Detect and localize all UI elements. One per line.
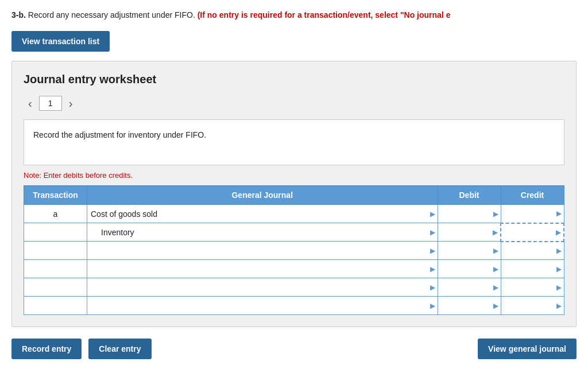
clear-entry-button[interactable]: Clear entry <box>88 339 151 359</box>
journal-table: Transaction General Journal Debit Credit… <box>24 185 564 315</box>
instruction-text: Record any necessary adjustment under FI… <box>28 10 195 20</box>
transaction-cell <box>24 260 87 278</box>
debit-cell[interactable]: ▶ <box>438 242 501 260</box>
debit-arrow-icon: ▶ <box>493 302 498 310</box>
credit-cell[interactable]: ▶ <box>501 205 564 223</box>
view-general-journal-button[interactable]: View general journal <box>478 339 577 359</box>
instruction-prefix: 3-b. <box>11 10 26 20</box>
transaction-cell <box>24 242 87 260</box>
dropdown-arrow-icon: ▶ <box>430 283 435 291</box>
page-number: 1 <box>39 96 62 111</box>
debit-arrow-icon: ▶ <box>493 228 498 236</box>
journal-entry-cell[interactable]: Inventory▶ <box>87 223 438 242</box>
credit-arrow-icon: ▶ <box>556 283 562 291</box>
journal-entry-cell[interactable]: ▶ <box>87 278 438 297</box>
debit-cell[interactable]: ▶ <box>438 278 501 297</box>
red-instruction: (If no entry is required for a transacti… <box>198 10 451 20</box>
worksheet-title: Journal entry worksheet <box>24 73 564 86</box>
table-row: aCost of goods sold▶▶▶ <box>24 205 564 223</box>
page-header: 3-b. Record any necessary adjustment und… <box>0 0 588 25</box>
credit-cell[interactable]: ▶ <box>501 278 564 297</box>
transaction-cell: a <box>24 205 87 223</box>
dropdown-arrow-icon: ▶ <box>430 247 435 255</box>
table-row: Inventory▶▶▶ <box>24 223 564 242</box>
credit-arrow-icon: ▶ <box>556 265 562 273</box>
debit-arrow-icon: ▶ <box>493 247 498 255</box>
worksheet-container: Journal entry worksheet ‹ 1 › Record the… <box>11 61 577 327</box>
col-credit: Credit <box>501 186 564 205</box>
col-debit: Debit <box>438 186 501 205</box>
credit-cell[interactable]: ▶ <box>501 242 564 260</box>
prev-page-button[interactable]: ‹ <box>24 95 37 111</box>
debit-cell[interactable]: ▶ <box>438 205 501 223</box>
debit-arrow-icon: ▶ <box>493 265 498 273</box>
dropdown-arrow-icon: ▶ <box>430 210 435 218</box>
table-row: ▶▶▶ <box>24 242 564 260</box>
debit-arrow-icon: ▶ <box>493 210 498 218</box>
credit-arrow-icon: ▶ <box>556 228 561 236</box>
view-transaction-button[interactable]: View transaction list <box>11 31 110 52</box>
journal-entry-cell[interactable]: ▶ <box>87 297 438 315</box>
dropdown-arrow-icon: ▶ <box>430 228 435 236</box>
debit-cell[interactable]: ▶ <box>438 260 501 278</box>
next-page-button[interactable]: › <box>64 95 78 111</box>
credit-arrow-icon: ▶ <box>556 209 562 217</box>
debit-cell[interactable]: ▶ <box>438 223 501 242</box>
dropdown-arrow-icon: ▶ <box>430 265 435 273</box>
transaction-cell <box>24 278 87 297</box>
debit-arrow-icon: ▶ <box>493 283 498 291</box>
debit-cell[interactable]: ▶ <box>438 297 501 315</box>
note-text: Note: Enter debits before credits. <box>24 171 564 180</box>
credit-arrow-icon: ▶ <box>556 247 562 255</box>
credit-cell[interactable]: ▶ <box>501 260 564 278</box>
credit-cell[interactable]: ▶ <box>501 223 564 242</box>
record-entry-button[interactable]: Record entry <box>11 339 82 359</box>
credit-cell[interactable]: ▶ <box>501 297 564 315</box>
journal-entry-cell[interactable]: ▶ <box>87 260 438 278</box>
journal-entry-cell[interactable]: ▶ <box>87 242 438 260</box>
col-transaction: Transaction <box>24 186 87 205</box>
worksheet-instruction: Record the adjustment for inventory unde… <box>33 130 206 139</box>
table-row: ▶▶▶ <box>24 297 564 315</box>
transaction-cell <box>24 297 87 315</box>
nav-row: ‹ 1 › <box>24 95 564 111</box>
instruction-box: Record the adjustment for inventory unde… <box>24 119 564 165</box>
transaction-cell <box>24 223 87 242</box>
bottom-buttons: Record entry Clear entry View general jo… <box>11 339 577 365</box>
table-row: ▶▶▶ <box>24 278 564 297</box>
table-row: ▶▶▶ <box>24 260 564 278</box>
credit-arrow-icon: ▶ <box>556 302 562 310</box>
col-general-journal: General Journal <box>87 186 438 205</box>
dropdown-arrow-icon: ▶ <box>430 302 435 310</box>
journal-entry-cell[interactable]: Cost of goods sold▶ <box>87 205 438 223</box>
